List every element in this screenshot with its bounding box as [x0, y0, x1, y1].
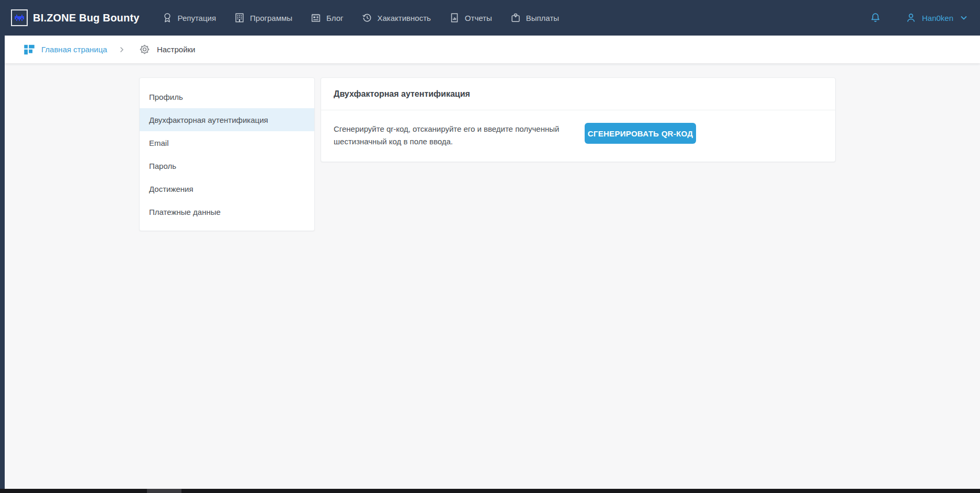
twofa-description-wrap: Сгенерируйте qr-код, отсканируйте его и … [334, 123, 585, 148]
gear-icon [139, 43, 151, 55]
user-menu[interactable]: Han0ken [905, 12, 967, 24]
settings-nav-item-label: Профиль [149, 93, 183, 101]
pixel-bug-icon [15, 15, 24, 21]
nav-item-label: Выплаты [526, 14, 559, 22]
settings-nav-item-email[interactable]: Email [140, 131, 314, 154]
payouts-bag-icon [510, 12, 521, 24]
nav-item-hackactivity[interactable]: Хакактивность [361, 12, 431, 24]
settings-nav-item-label: Достижения [149, 185, 193, 193]
nav-item-reputation[interactable]: Репутация [162, 12, 216, 24]
page: BI.ZONE Bug Bounty Репутация [0, 0, 980, 493]
nav-item-label: Репутация [178, 14, 216, 22]
breadcrumb-home-link[interactable]: Главная страница [22, 43, 107, 56]
nav-item-programs[interactable]: Программы [234, 12, 292, 24]
notifications-bell-icon[interactable] [869, 12, 882, 24]
reports-document-icon [449, 12, 460, 24]
settings-nav-item-payment-data[interactable]: Платежные данные [140, 200, 314, 223]
horizontal-scrollbar-thumb[interactable] [147, 489, 181, 493]
nav-item-label: Отчеты [465, 14, 492, 22]
settings-nav-item-label: Пароль [149, 162, 176, 170]
main-content: Профиль Двухфакторная аутентификация Ema… [5, 63, 980, 489]
top-navbar: BI.ZONE Bug Bounty Репутация [0, 0, 980, 36]
twofa-card-body: Сгенерируйте qr-код, отсканируйте его и … [321, 110, 835, 162]
navbar-right: Han0ken [869, 12, 967, 24]
breadcrumb-current-label: Настройки [157, 45, 196, 54]
breadcrumb: Главная страница Настройки [5, 36, 980, 63]
programs-building-icon [234, 12, 245, 24]
nav-item-blog[interactable]: Блог [310, 12, 343, 24]
generate-qr-button[interactable]: СГЕНЕРИРОВАТЬ QR-КОД [585, 123, 696, 144]
horizontal-scrollbar [0, 489, 980, 493]
settings-nav-item-label: Двухфакторная аутентификация [149, 116, 268, 124]
nav-item-reports[interactable]: Отчеты [449, 12, 492, 24]
brand-title[interactable]: BI.ZONE Bug Bounty [33, 12, 140, 24]
reputation-award-icon [162, 12, 173, 24]
nav-item-label: Хакактивность [378, 14, 431, 22]
blog-news-icon [310, 12, 322, 24]
user-avatar-icon [905, 12, 917, 24]
dashboard-icon [22, 43, 36, 56]
main-nav: Репутация Программы [162, 12, 559, 24]
breadcrumb-home-label: Главная страница [41, 45, 107, 54]
bizone-logo[interactable] [11, 9, 28, 26]
settings-nav-item-password[interactable]: Пароль [140, 154, 314, 177]
twofa-card: Двухфакторная аутентификация Сгенерируйт… [321, 77, 836, 162]
settings-nav-item-label: Email [149, 139, 169, 147]
left-edge-strip [0, 36, 5, 489]
nav-item-label: Программы [250, 14, 292, 22]
hackactivity-history-icon [361, 12, 373, 24]
twofa-description: Сгенерируйте qr-код, отсканируйте его и … [334, 123, 564, 148]
settings-nav-item-2fa[interactable]: Двухфакторная аутентификация [140, 108, 314, 131]
settings-nav: Профиль Двухфакторная аутентификация Ema… [139, 77, 315, 231]
settings-nav-item-achievements[interactable]: Достижения [140, 177, 314, 200]
settings-nav-item-profile[interactable]: Профиль [140, 85, 314, 108]
twofa-card-title: Двухфакторная аутентификация [321, 78, 835, 110]
settings-nav-item-label: Платежные данные [149, 208, 221, 216]
chevron-right-icon [119, 47, 125, 53]
username: Han0ken [922, 14, 953, 22]
nav-item-payouts[interactable]: Выплаты [510, 12, 559, 24]
nav-item-label: Блог [326, 14, 343, 22]
chevron-down-icon [960, 14, 967, 21]
